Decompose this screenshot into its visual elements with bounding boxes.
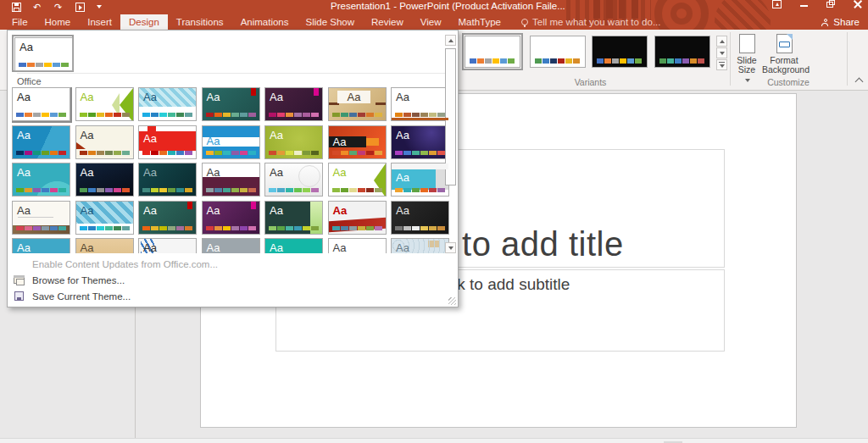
swatch-row: [332, 188, 382, 192]
theme-row5-tan[interactable]: Aa: [75, 238, 134, 253]
gallery-scroll-up-icon[interactable]: [445, 35, 456, 46]
swatch-row: [80, 151, 130, 155]
minimize-icon[interactable]: [799, 0, 809, 8]
variant-thumbnail-3[interactable]: [592, 36, 648, 68]
share-button[interactable]: Share: [821, 14, 860, 30]
swatch: [185, 113, 192, 117]
theme-berlin[interactable]: Aa: [328, 125, 387, 159]
menu-save-current-theme[interactable]: Save Current Theme...: [8, 288, 458, 304]
tab-slide-show[interactable]: Slide Show: [298, 14, 364, 30]
swatch: [358, 226, 365, 230]
tab-design[interactable]: Design: [120, 14, 168, 30]
theme-organic[interactable]: Aa: [328, 87, 387, 121]
menu-browse-for-themes[interactable]: Browse for Themes...: [8, 272, 458, 288]
swatch-row: [269, 188, 319, 192]
slide-size-button[interactable]: Slide Size: [732, 32, 762, 84]
theme-aa-glyph: Aa: [81, 166, 94, 179]
tell-me-box[interactable]: Tell me what you want to do...: [521, 14, 661, 30]
start-slideshow-icon[interactable]: [75, 3, 85, 12]
variant-thumbnail-1[interactable]: [465, 36, 520, 68]
swatch: [223, 113, 231, 117]
tab-review[interactable]: Review: [363, 14, 412, 30]
theme-celestial[interactable]: Aa: [391, 125, 449, 159]
redo-icon[interactable]: ↷: [54, 3, 64, 12]
swatch: [114, 226, 121, 230]
swatch: [375, 113, 382, 117]
customize-qat-icon[interactable]: [97, 5, 102, 8]
theme-office[interactable]: Aa: [12, 87, 70, 121]
theme-ion-variant[interactable]: Aa: [138, 201, 197, 235]
ribbon-display-options-icon[interactable]: [772, 0, 782, 8]
close-icon[interactable]: [854, 0, 863, 8]
swatch: [105, 188, 113, 192]
variant-thumbnail-4[interactable]: [654, 36, 710, 68]
theme-retrospect[interactable]: Aa: [391, 87, 449, 121]
save-icon[interactable]: [12, 3, 21, 12]
swatch: [16, 226, 24, 230]
theme-facet[interactable]: Aa: [75, 87, 134, 121]
tab-file[interactable]: File: [3, 14, 36, 30]
theme-aa-glyph: Aa: [81, 241, 94, 253]
theme-mesh[interactable]: Aa: [264, 163, 323, 197]
swatch: [420, 113, 428, 117]
variants-more-icon[interactable]: [716, 59, 727, 70]
current-theme[interactable]: Aa: [12, 35, 74, 72]
swatch: [25, 226, 32, 230]
theme-quotable[interactable]: Aa: [12, 163, 70, 197]
swatch-row: [142, 151, 192, 155]
swatch: [122, 188, 130, 192]
tab-insert[interactable]: Insert: [79, 14, 120, 30]
theme-slice[interactable]: Aa: [12, 125, 70, 159]
swatch: [698, 58, 704, 64]
swatch: [269, 226, 276, 230]
swatch: [635, 58, 642, 64]
theme-row5-pattern[interactable]: Aa: [391, 238, 449, 253]
theme-depth[interactable]: Aa: [138, 163, 197, 197]
swatch: [240, 188, 248, 192]
gallery-scrollbar[interactable]: [445, 35, 456, 253]
theme-aa-glyph: Aa: [270, 241, 283, 253]
tab-animations[interactable]: Animations: [232, 14, 298, 30]
swatch: [185, 151, 192, 155]
variant-thumbnail-2[interactable]: [530, 36, 586, 68]
theme-view[interactable]: Aa: [391, 163, 449, 197]
theme-aa-glyph: Aa: [333, 241, 347, 253]
restore-icon[interactable]: [826, 0, 836, 8]
theme-badge[interactable]: Aa: [75, 163, 134, 197]
theme-wood-type[interactable]: Aa: [12, 201, 70, 235]
resize-grip[interactable]: [448, 297, 456, 305]
tab-home[interactable]: Home: [36, 14, 80, 30]
tab-transitions[interactable]: Transitions: [168, 14, 232, 30]
theme-aa-glyph: Aa: [337, 91, 371, 103]
tab-view[interactable]: View: [412, 14, 450, 30]
theme-row5-gray[interactable]: Aa: [202, 238, 260, 253]
theme-savon[interactable]: Aa: [328, 163, 387, 197]
swatch: [366, 151, 374, 155]
theme-ion-boardroom-variant[interactable]: Aa: [202, 201, 260, 235]
theme-savon-dark[interactable]: Aa: [264, 201, 323, 235]
variants-scroll-up-icon[interactable]: [716, 36, 727, 47]
theme-integral-variant[interactable]: Aa: [75, 201, 134, 235]
theme-basis[interactable]: Aa: [264, 125, 323, 159]
browse-folder-icon: [14, 275, 25, 285]
theme-frame-dark[interactable]: Aa: [391, 201, 449, 235]
theme-office-current[interactable]: Aa: [14, 37, 73, 71]
theme-main-event[interactable]: Aa: [138, 125, 197, 159]
collapse-ribbon-icon[interactable]: [855, 78, 864, 86]
theme-integral[interactable]: Aa: [138, 87, 197, 121]
theme-row5-teal[interactable]: Aa: [264, 238, 323, 253]
theme-ion[interactable]: Aa: [202, 87, 260, 121]
theme-dividend[interactable]: Aa: [202, 163, 260, 197]
theme-banded[interactable]: Aa: [202, 125, 260, 159]
theme-row5-blue[interactable]: Aa: [12, 238, 70, 253]
theme-crop-red[interactable]: Aa: [328, 201, 387, 235]
themes-gallery-dropdown: Aa Office AaAaAaAaAaAaAaAaAaAaAaAaAaAaAa…: [7, 30, 459, 307]
tab-mathtype[interactable]: MathType: [450, 14, 510, 30]
variants-scroll-down-icon[interactable]: [716, 47, 727, 58]
undo-icon[interactable]: ↶: [33, 3, 42, 12]
theme-row5-white[interactable]: Aa: [328, 238, 387, 253]
theme-ion-boardroom[interactable]: Aa: [264, 87, 323, 121]
format-background-button[interactable]: Format Background: [762, 32, 806, 75]
theme-wisp[interactable]: Aa: [75, 125, 134, 159]
theme-row5-lines[interactable]: Aa: [138, 238, 197, 253]
